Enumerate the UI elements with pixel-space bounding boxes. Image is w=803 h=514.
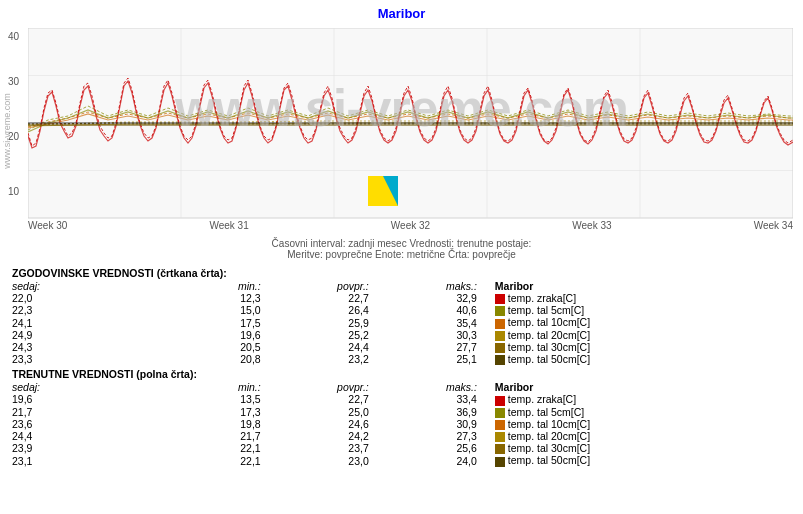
- y-label-30: 30: [8, 76, 19, 87]
- cell-label: temp. tal 5cm[C]: [485, 406, 791, 418]
- cell-povpr: 23,2: [269, 353, 377, 365]
- cell-sedaj: 23,9: [12, 442, 161, 454]
- cell-maks: 30,9: [377, 418, 485, 430]
- table-row: 19,613,522,733,4temp. zraka[C]: [12, 393, 791, 405]
- historic-location-header: Maribor: [485, 280, 791, 292]
- cell-povpr: 24,6: [269, 418, 377, 430]
- chart-container: Maribor www.si-vreme.com 40 30 20 10: [0, 0, 803, 467]
- cell-min: 19,8: [161, 418, 269, 430]
- x-axis-labels: Week 30 Week 31 Week 32 Week 33 Week 34: [28, 220, 793, 231]
- cell-sedaj: 23,1: [12, 454, 161, 466]
- cell-label: temp. tal 10cm[C]: [485, 418, 791, 430]
- cell-label: temp. tal 30cm[C]: [485, 341, 791, 353]
- color-indicator: [495, 306, 505, 316]
- current-col-maks: maks.:: [377, 381, 485, 393]
- cell-povpr: 24,2: [269, 430, 377, 442]
- historic-title: ZGODOVINSKE VREDNOSTI (črtkana črta):: [12, 267, 791, 279]
- chart-subtitle-2: Meritve: povprečne Enote: metrične Črta:…: [0, 249, 803, 260]
- color-indicator: [495, 457, 505, 467]
- current-title: TRENUTNE VREDNOSTI (polna črta):: [12, 368, 791, 380]
- historic-header-row: sedaj: min.: povpr.: maks.: Maribor: [12, 280, 791, 292]
- chart-svg: [28, 28, 793, 228]
- table-row: 23,122,123,024,0temp. tal 50cm[C]: [12, 454, 791, 466]
- current-table: sedaj: min.: povpr.: maks.: Maribor 19,6…: [12, 381, 791, 466]
- cell-maks: 35,4: [377, 316, 485, 328]
- cell-sedaj: 22,0: [12, 292, 161, 304]
- cell-label: temp. tal 20cm[C]: [485, 430, 791, 442]
- y-label-10: 10: [8, 186, 19, 197]
- cell-sedaj: 24,3: [12, 341, 161, 353]
- table-row: 24,320,524,427,7temp. tal 30cm[C]: [12, 341, 791, 353]
- cell-maks: 32,9: [377, 292, 485, 304]
- color-indicator: [495, 355, 505, 365]
- cell-maks: 27,7: [377, 341, 485, 353]
- current-section: TRENUTNE VREDNOSTI (polna črta): sedaj: …: [12, 368, 791, 466]
- cell-povpr: 25,2: [269, 329, 377, 341]
- color-indicator: [495, 408, 505, 418]
- table-row: 24,919,625,230,3temp. tal 20cm[C]: [12, 329, 791, 341]
- cell-maks: 27,3: [377, 430, 485, 442]
- current-col-min: min.:: [161, 381, 269, 393]
- color-indicator: [495, 319, 505, 329]
- cell-sedaj: 23,6: [12, 418, 161, 430]
- cell-label: temp. tal 50cm[C]: [485, 353, 791, 365]
- color-indicator: [495, 432, 505, 442]
- cell-min: 22,1: [161, 442, 269, 454]
- side-watermark: www.si-vreme.com: [2, 93, 12, 169]
- cell-povpr: 25,9: [269, 316, 377, 328]
- week-33-label: Week 33: [572, 220, 611, 231]
- cell-label: temp. tal 20cm[C]: [485, 329, 791, 341]
- cell-maks: 24,0: [377, 454, 485, 466]
- cell-sedaj: 24,1: [12, 316, 161, 328]
- cell-sedaj: 19,6: [12, 393, 161, 405]
- cell-label: temp. tal 50cm[C]: [485, 454, 791, 466]
- cell-povpr: 23,0: [269, 454, 377, 466]
- historic-col-maks: maks.:: [377, 280, 485, 292]
- cell-min: 13,5: [161, 393, 269, 405]
- cell-min: 17,3: [161, 406, 269, 418]
- cell-min: 21,7: [161, 430, 269, 442]
- historic-col-min: min.:: [161, 280, 269, 292]
- table-row: 22,012,322,732,9temp. zraka[C]: [12, 292, 791, 304]
- cell-label: temp. zraka[C]: [485, 292, 791, 304]
- historic-col-povpr: povpr.:: [269, 280, 377, 292]
- cell-povpr: 24,4: [269, 341, 377, 353]
- table-row: 23,922,123,725,6temp. tal 30cm[C]: [12, 442, 791, 454]
- color-indicator: [495, 343, 505, 353]
- cell-min: 20,5: [161, 341, 269, 353]
- cell-povpr: 22,7: [269, 393, 377, 405]
- subtitle-line-1: Časovni interval: zadnji mesec Vrednosti…: [272, 238, 532, 249]
- cell-label: temp. tal 30cm[C]: [485, 442, 791, 454]
- cell-sedaj: 21,7: [12, 406, 161, 418]
- cell-min: 19,6: [161, 329, 269, 341]
- table-row: 22,315,026,440,6temp. tal 5cm[C]: [12, 304, 791, 316]
- cell-label: temp. tal 5cm[C]: [485, 304, 791, 316]
- color-indicator: [495, 331, 505, 341]
- cell-maks: 33,4: [377, 393, 485, 405]
- current-location-header: Maribor: [485, 381, 791, 393]
- chart-subtitle-1: Časovni interval: zadnji mesec Vrednosti…: [0, 238, 803, 249]
- cell-maks: 25,1: [377, 353, 485, 365]
- cell-maks: 25,6: [377, 442, 485, 454]
- cell-sedaj: 24,9: [12, 329, 161, 341]
- subtitle-line-2: Meritve: povprečne Enote: metrične Črta:…: [287, 249, 515, 260]
- cell-sedaj: 23,3: [12, 353, 161, 365]
- color-indicator: [495, 294, 505, 304]
- current-col-sedaj: sedaj:: [12, 381, 161, 393]
- cell-min: 15,0: [161, 304, 269, 316]
- cell-maks: 40,6: [377, 304, 485, 316]
- table-row: 23,320,823,225,1temp. tal 50cm[C]: [12, 353, 791, 365]
- cell-sedaj: 24,4: [12, 430, 161, 442]
- color-indicator: [495, 444, 505, 454]
- chart-title: Maribor: [0, 0, 803, 23]
- week-31-label: Week 31: [209, 220, 248, 231]
- week-30-label: Week 30: [28, 220, 67, 231]
- cell-min: 17,5: [161, 316, 269, 328]
- cell-min: 22,1: [161, 454, 269, 466]
- historic-col-sedaj: sedaj:: [12, 280, 161, 292]
- current-col-povpr: povpr.:: [269, 381, 377, 393]
- table-row: 24,421,724,227,3temp. tal 20cm[C]: [12, 430, 791, 442]
- table-row: 23,619,824,630,9temp. tal 10cm[C]: [12, 418, 791, 430]
- cell-label: temp. tal 10cm[C]: [485, 316, 791, 328]
- color-indicator: [495, 396, 505, 406]
